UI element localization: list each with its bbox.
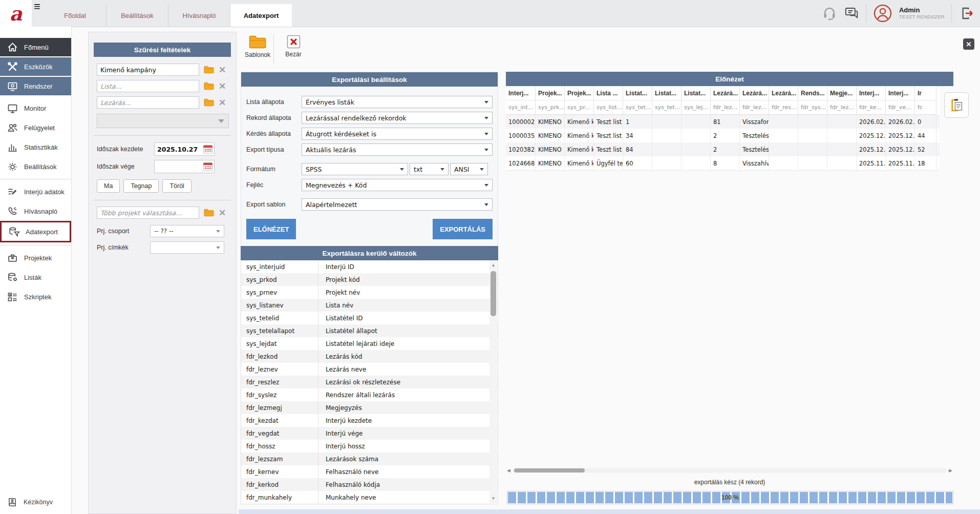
list-state-select[interactable]: Érvényes listák bbox=[302, 96, 493, 108]
list-input[interactable] bbox=[97, 80, 199, 92]
sidebar-item-kezikonyv[interactable]: Kézikönyv bbox=[7, 497, 53, 508]
close-button[interactable]: Bezár bbox=[280, 35, 307, 58]
horizontal-scrollbar[interactable]: ◀ ▶ bbox=[507, 467, 952, 474]
sidebar-item-f-men-[interactable]: Főmenü bbox=[0, 38, 71, 56]
variable-row[interactable]: sys_listanevLista név bbox=[241, 299, 498, 312]
column-header[interactable]: Megje... bbox=[827, 86, 857, 100]
sidebar-item-szkriptek[interactable]: Szkriptek bbox=[0, 287, 71, 306]
folder-icon[interactable] bbox=[204, 65, 214, 74]
tab-főoldal[interactable]: Főoldal bbox=[44, 4, 106, 27]
table-row[interactable]: 1020382KIMENOKimenő kTeszt list842Teszte… bbox=[506, 142, 940, 156]
sidebar-item-adatexport[interactable]: Adatexport bbox=[0, 221, 71, 242]
header-select[interactable]: Megnevezés + Kód bbox=[302, 179, 493, 191]
column-header[interactable]: Lezárá... bbox=[711, 86, 740, 100]
tab-beállítások[interactable]: Beállítások bbox=[106, 4, 168, 27]
table-row[interactable]: 1000002KIMENOKimenő kTeszt list181Vissza… bbox=[506, 115, 940, 129]
variable-row[interactable]: fdr_kernevFelhasználó neve bbox=[241, 465, 498, 478]
chat-icon[interactable] bbox=[844, 6, 859, 21]
format-ext-select[interactable]: txt bbox=[410, 163, 449, 175]
question-state-select[interactable]: Átugrott kérdéseket is bbox=[302, 128, 493, 140]
clear-icon[interactable]: ✕ bbox=[219, 82, 226, 91]
export-template-select[interactable]: Alapértelmezett bbox=[302, 198, 493, 211]
clear-icon[interactable]: ✕ bbox=[219, 209, 226, 217]
column-header[interactable]: Interj... bbox=[506, 86, 536, 100]
column-header[interactable]: Listat... bbox=[652, 86, 681, 100]
clear-date-button[interactable]: Töröl bbox=[162, 179, 191, 193]
column-header[interactable]: Interj... bbox=[857, 86, 886, 100]
variable-row[interactable]: sys_interjuidInterjú ID bbox=[241, 260, 498, 273]
period-start-input[interactable] bbox=[155, 146, 203, 153]
sidebar-item-be-ll-t-sok[interactable]: Beállítások bbox=[0, 157, 71, 176]
variable-row[interactable]: fdr_lezszamLezárások száma bbox=[241, 453, 498, 465]
column-header[interactable]: Rends... bbox=[798, 86, 827, 100]
variable-row[interactable]: fdr_lezkodLezárás kód bbox=[241, 350, 498, 363]
sidebar-item-statisztik-k[interactable]: Statisztikák bbox=[0, 137, 71, 157]
variables-scrollbar[interactable]: ▲ ▼ bbox=[489, 261, 497, 503]
period-end-input[interactable] bbox=[155, 163, 203, 171]
clear-icon[interactable]: ✕ bbox=[219, 98, 226, 107]
copy-to-clipboard-button[interactable] bbox=[944, 92, 969, 118]
export-button[interactable]: EXPORTÁLÁS bbox=[433, 219, 493, 239]
scrollbar-thumb[interactable] bbox=[514, 468, 585, 472]
variable-row[interactable]: sys_tetelallapotListatétel állapot bbox=[241, 324, 498, 337]
folder-icon[interactable] bbox=[204, 81, 214, 91]
scroll-down-icon[interactable]: ▼ bbox=[489, 495, 497, 502]
variable-row[interactable]: sys_prnevProjekt név bbox=[241, 286, 498, 299]
export-type-select[interactable]: Aktuális lezárás bbox=[302, 143, 493, 156]
variable-row[interactable]: fdr_munkahelyMunkahely neve bbox=[241, 491, 498, 504]
folder-icon[interactable] bbox=[204, 208, 214, 217]
column-header[interactable]: Lezárá... bbox=[740, 86, 769, 100]
hamburger-menu-icon[interactable]: ≡ bbox=[34, 1, 40, 12]
column-header[interactable]: Interj... bbox=[886, 86, 915, 100]
column-header[interactable]: Listat... bbox=[623, 86, 652, 100]
variable-row[interactable]: fdr_leznevLezárás neve bbox=[241, 363, 498, 376]
logout-icon[interactable] bbox=[958, 5, 975, 22]
sidebar-item-interj-adatok[interactable]: Interjú adatok bbox=[0, 182, 71, 201]
table-row[interactable]: 1024668KIMENOKimenő kÜgyfél te608Visszah… bbox=[506, 156, 940, 170]
column-header[interactable]: Listat... bbox=[681, 86, 711, 100]
templates-button[interactable]: Sablonok bbox=[242, 35, 273, 58]
format-select[interactable]: SPSS bbox=[302, 163, 408, 175]
sidebar-item-h-v-snapl-[interactable]: Hívásnapló bbox=[0, 201, 71, 221]
variable-row[interactable]: sys_prkodProjekt kód bbox=[241, 273, 498, 286]
variable-row[interactable]: fdr_syslezRendszer általi lezárás bbox=[241, 388, 498, 401]
scroll-right-icon[interactable]: ▶ bbox=[946, 467, 952, 474]
record-state-select[interactable]: Lezárással rendelkező rekordok bbox=[302, 112, 493, 124]
headset-icon[interactable] bbox=[822, 6, 837, 21]
sidebar-item-projektek[interactable]: Projektek bbox=[0, 248, 71, 268]
variable-row[interactable]: sys_lejdatListatétel lejárati ideje bbox=[241, 337, 498, 350]
column-header[interactable]: Projek... bbox=[536, 86, 565, 100]
closing-input[interactable] bbox=[97, 96, 199, 109]
sidebar-item-eszk-z-k[interactable]: Eszközök bbox=[0, 57, 71, 76]
clear-icon[interactable]: ✕ bbox=[219, 66, 226, 74]
variable-row[interactable]: fdr_lezmegjMegjegyzés bbox=[241, 401, 498, 414]
column-header[interactable]: Projek... bbox=[565, 86, 594, 100]
folder-icon[interactable] bbox=[204, 98, 214, 107]
scroll-left-icon[interactable]: ◀ bbox=[507, 467, 513, 474]
tab-hívásnapló[interactable]: Hívásnapló bbox=[168, 4, 230, 27]
prj-group-select[interactable]: -- ?? -- bbox=[150, 225, 224, 237]
format-encoding-select[interactable]: ANSI bbox=[450, 163, 488, 175]
calendar-icon[interactable] bbox=[203, 144, 213, 154]
variable-row[interactable]: fdr_kerkodFelhasználó kódja bbox=[241, 478, 498, 491]
sidebar-item-list-k[interactable]: Listák bbox=[0, 268, 71, 287]
multi-project-input[interactable] bbox=[97, 207, 199, 219]
variable-row[interactable]: fdr_hosszInterjú hossz bbox=[241, 440, 498, 453]
today-button[interactable]: Ma bbox=[97, 179, 120, 193]
variable-row[interactable]: fdr_vegdatInterjú vége bbox=[241, 427, 498, 440]
scrollbar-thumb[interactable] bbox=[491, 271, 496, 316]
variable-row[interactable]: fdr_kezdatInterjú kezdete bbox=[241, 414, 498, 427]
campaign-input[interactable] bbox=[97, 64, 199, 76]
sidebar-item-monitor[interactable]: Monitor bbox=[0, 98, 71, 118]
column-header[interactable]: Ir bbox=[915, 86, 936, 100]
scrollbar-track[interactable] bbox=[513, 468, 946, 473]
calendar-icon[interactable] bbox=[203, 161, 213, 172]
prj-tags-select[interactable] bbox=[150, 241, 224, 254]
sidebar-item-fel-gyelet[interactable]: Felügyelet bbox=[0, 118, 71, 137]
preview-button[interactable]: ELŐNÉZET bbox=[246, 219, 296, 239]
avatar[interactable] bbox=[873, 4, 892, 23]
panel-close-button[interactable]: ✕ bbox=[963, 38, 974, 50]
variable-row[interactable]: fdr_reszlezLezárási ok részletezése bbox=[241, 376, 498, 388]
column-header[interactable]: Lista ... bbox=[594, 86, 623, 100]
table-row[interactable]: 1000035KIMENOKimenő kTeszt list342Teszte… bbox=[506, 129, 940, 142]
